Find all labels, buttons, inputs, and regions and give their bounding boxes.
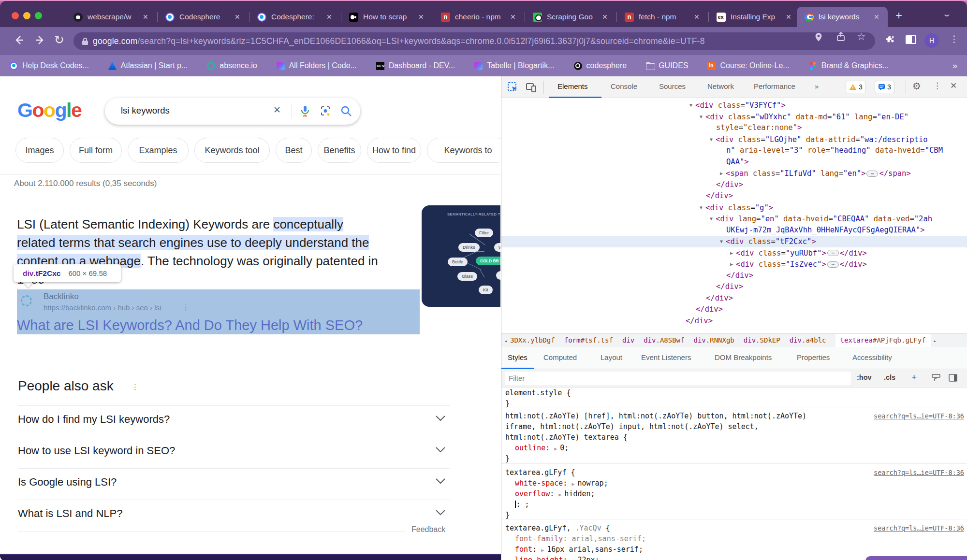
hover-state-toggle[interactable]: :hov	[857, 373, 872, 381]
filter-chip[interactable]: Images	[15, 138, 64, 163]
paa-question[interactable]: How do I find my LSI keywords?	[18, 413, 170, 426]
tab-close-icon[interactable]: ✕	[418, 13, 424, 21]
tab-close-icon[interactable]: ✕	[326, 13, 332, 21]
paa-question[interactable]: How to use LSI keyword in SEO?	[18, 445, 175, 457]
paa-question[interactable]: Is Google using LSI?	[18, 476, 117, 488]
browser-tab[interactable]: lsi keywords✕	[797, 7, 888, 27]
lock-icon[interactable]	[82, 37, 88, 45]
new-style-rule-plus[interactable]: +	[911, 372, 917, 383]
google-logo[interactable]: Google	[17, 99, 81, 122]
chevron-down-icon[interactable]	[435, 509, 446, 516]
breadcrumb-item[interactable]: div.RNNXgb	[693, 334, 734, 347]
sidebar-tab-event-listeners[interactable]: Event Listeners	[641, 353, 691, 361]
address-bar[interactable]: google.com/search?q=lsi+keywords&rlz=1C5…	[73, 32, 875, 50]
share-icon[interactable]	[836, 32, 845, 42]
tab-close-icon[interactable]: ✕	[874, 13, 879, 21]
style-source-link[interactable]: search?q=ls…ie=UTF-8:36	[874, 467, 964, 478]
devtools-close-icon[interactable]: ✕	[950, 81, 957, 91]
forward-button[interactable]	[34, 34, 46, 46]
chevron-down-icon[interactable]	[435, 446, 446, 453]
more-tabs-chevron[interactable]: »	[815, 82, 819, 90]
style-property[interactable]: outline: ▶ 0;	[515, 443, 569, 453]
sidebar-tab-properties[interactable]: Properties	[797, 353, 830, 361]
dom-tree-node[interactable]: UKEwj-m72m_JqBAxVhh_0HHeNFAycQFSgAegQIER…	[726, 225, 925, 236]
breadcrumb-item[interactable]: div	[622, 334, 634, 347]
bookmark-item[interactable]: codesphere	[574, 61, 627, 70]
browser-menu-kebab-icon[interactable]: ⋮	[950, 33, 959, 44]
new-tab-button[interactable]: +	[895, 9, 902, 22]
dom-tree-node[interactable]: ▼ <div class="LGOjhe" data-attrid="wa:/d…	[710, 134, 928, 145]
back-button[interactable]	[13, 34, 25, 46]
dom-tree-node[interactable]: ▼ <div class="g">	[700, 202, 773, 214]
bookmark-item[interactable]: GUIDES	[646, 61, 688, 70]
dom-tree-node[interactable]: </div>	[706, 190, 733, 202]
chevron-down-icon[interactable]	[435, 415, 446, 421]
paa-options-kebab-icon[interactable]: ⋮	[132, 383, 139, 391]
style-rule-selector[interactable]: html:not(.zAoYTe) [href], html:not(.zAoY…	[505, 411, 806, 421]
dom-tree-node[interactable]: ▶ <div class="yuRUbf">⋯</div>	[730, 247, 867, 259]
sidebar-tab-styles[interactable]: Styles	[508, 353, 527, 361]
dom-tree-node[interactable]: ▶ <div class="IsZvec">⋯</div>	[730, 258, 867, 270]
style-property[interactable]: line-height: ▶ 22px;	[515, 555, 600, 560]
bookmark-item[interactable]: Course: Online-Le...	[707, 61, 789, 70]
bookmarks-overflow-chevron[interactable]: »	[952, 61, 957, 71]
sidebar-tab-accessibility[interactable]: Accessibility	[852, 353, 892, 361]
bookmark-item[interactable]: Tabelle | Blogartik...	[474, 61, 554, 70]
bookmark-item[interactable]: absence.io	[207, 61, 257, 70]
chevron-down-icon[interactable]	[435, 478, 446, 484]
style-property[interactable]: font-family: arial,sans-serif;	[515, 533, 646, 544]
location-pin-icon[interactable]	[814, 32, 823, 42]
extensions-puzzle-icon[interactable]	[885, 34, 895, 45]
filter-chip[interactable]: Keywords tool	[194, 138, 270, 163]
tab-close-icon[interactable]: ✕	[143, 13, 148, 21]
dom-tree-node[interactable]: ▼ <div class="wDYxhc" data-md="61" lang=…	[700, 111, 908, 123]
close-window-button[interactable]	[12, 12, 19, 19]
filter-chip[interactable]: Benefits	[318, 138, 361, 163]
bookmark-star-icon[interactable]: ☆	[857, 31, 866, 43]
bookmark-item[interactable]: Help Desk Codes...	[10, 61, 89, 70]
class-toggle[interactable]: .cls	[884, 373, 895, 381]
inspect-element-icon[interactable]	[507, 82, 519, 93]
devtools-tab-performance[interactable]: Performance	[754, 82, 795, 90]
browser-tab[interactable]: cheerio - npm✕	[433, 7, 525, 27]
style-property[interactable]: font: ▶ 16px arial,sans-serif;	[515, 544, 643, 555]
style-source-link[interactable]: search?q=ls…ie=UTF-8:36	[874, 523, 964, 533]
voice-search-icon[interactable]	[299, 105, 311, 117]
devtools-tab-sources[interactable]: Sources	[659, 82, 686, 90]
dom-tree-node[interactable]: </div>	[706, 293, 733, 304]
dom-tree-node[interactable]: ▼ <div class="tF2Cxc">	[501, 236, 967, 247]
filter-chip[interactable]: Keywords to	[427, 138, 500, 163]
sidebar-tab-computed[interactable]: Computed	[543, 353, 577, 361]
reload-button[interactable]: ↻	[54, 33, 64, 47]
devtools-tab-console[interactable]: Console	[611, 82, 637, 90]
browser-tab[interactable]: Scraping Goo✕	[525, 7, 617, 27]
tab-close-icon[interactable]: ✕	[510, 13, 516, 21]
dom-tree-node[interactable]: n" aria-level="3" role="heading" data-hv…	[726, 145, 943, 157]
dom-tree-node[interactable]: </div>	[716, 179, 743, 191]
profile-avatar[interactable]: H	[924, 33, 939, 48]
browser-tab[interactable]: Codesphere✕	[158, 7, 249, 27]
tab-close-icon[interactable]: ✕	[694, 13, 700, 21]
crumbs-scroll-right[interactable]: ▸	[931, 334, 939, 347]
style-rule-selector[interactable]: iframe, html:not(.zAoYTe) input, html:no…	[505, 421, 759, 432]
dom-tree-node[interactable]: QAA">	[726, 157, 749, 168]
breadcrumb-item[interactable]: 3DXx.ylbDgf	[510, 334, 555, 347]
bookmark-item[interactable]: All Folders | Code...	[277, 61, 357, 70]
style-property[interactable]: overflow: ▶ hidden;	[515, 488, 595, 499]
style-rule-selector[interactable]: html:not(.zAoYTe) textarea {	[505, 432, 628, 443]
breadcrumb-item[interactable]: div.SDkEP	[744, 334, 780, 347]
warnings-badge[interactable]: 3	[846, 81, 866, 93]
messages-badge[interactable]: 3	[875, 81, 894, 93]
devtools-settings-gear-icon[interactable]: ⚙	[912, 80, 921, 92]
filter-chip[interactable]: Best	[276, 138, 312, 163]
style-property-editor[interactable]: : ;	[515, 499, 529, 510]
search-input[interactable]: lsi keywords	[121, 105, 170, 116]
computed-panel-toggle-icon[interactable]	[949, 374, 957, 382]
breadcrumb-item[interactable]: form#tsf.tsf	[564, 334, 613, 347]
tab-close-icon[interactable]: ✕	[234, 13, 240, 21]
dom-tree-node[interactable]: style="clear:none">	[716, 122, 802, 134]
breadcrumb-item[interactable]: textarea#APjFqb.gLFyf	[835, 334, 931, 347]
browser-tab[interactable]: fetch - npm✕	[617, 7, 709, 27]
dom-tree-node[interactable]: </div>	[686, 316, 713, 327]
bookmark-item[interactable]: Atlassian | Start p...	[108, 61, 188, 70]
